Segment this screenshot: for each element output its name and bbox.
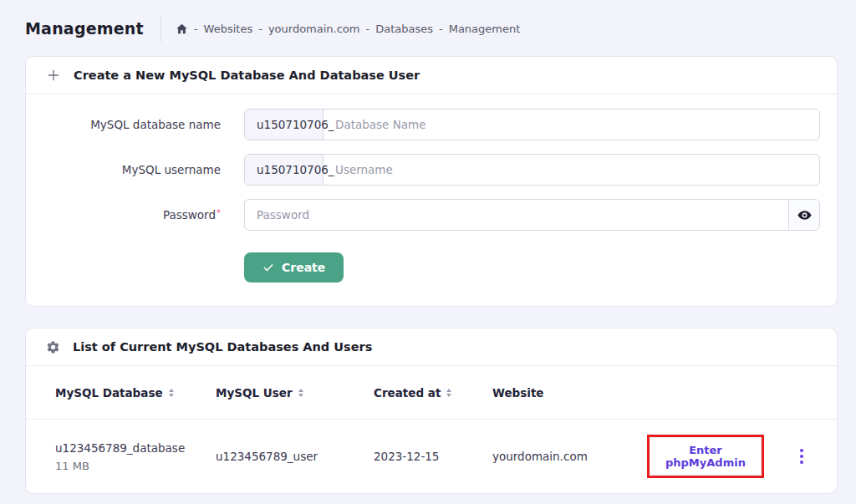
database-list-card-title: List of Current MySQL Databases And User… (73, 340, 372, 354)
check-icon (262, 262, 274, 273)
column-header-mysql-user[interactable]: MySQL User (216, 386, 374, 400)
annotation-highlight-box: Enter phpMyAdmin (647, 435, 764, 478)
username-prefix: u150710706_ (245, 155, 324, 185)
plus-icon (46, 68, 61, 83)
breadcrumb-item-databases[interactable]: Databases (375, 23, 433, 35)
username-label: MySQL username (26, 163, 244, 176)
databases-table: MySQL Database MySQL User Created at Web… (26, 366, 837, 493)
created-at-cell: 2023-12-15 (374, 450, 492, 463)
column-header-website: Website (492, 386, 639, 400)
create-database-card: Create a New MySQL Database And Database… (25, 56, 838, 307)
header-divider (160, 15, 161, 42)
create-button[interactable]: Create (244, 252, 344, 283)
database-name-cell: u123456789_database 11 MB (55, 441, 216, 472)
kebab-menu-button[interactable] (795, 444, 808, 469)
password-input-group (244, 199, 820, 231)
table-header-row: MySQL Database MySQL User Created at Web… (26, 366, 837, 420)
form-row-submit: Create (26, 252, 837, 283)
breadcrumb-separator: - (365, 23, 369, 35)
actions-cell: Enter phpMyAdmin (639, 435, 764, 478)
website-cell: yourdomain.com (492, 450, 639, 463)
sort-icon (298, 389, 303, 397)
enter-phpmyadmin-button[interactable]: Enter phpMyAdmin (650, 437, 762, 476)
breadcrumb-item-domain[interactable]: yourdomain.com (268, 23, 360, 35)
sort-icon (446, 389, 451, 397)
toggle-password-visibility-button[interactable] (788, 200, 819, 230)
page-header: Management - Websites - yourdomain.com -… (25, 15, 838, 42)
database-name-prefix: u150710706_ (245, 109, 324, 140)
breadcrumb: - Websites - yourdomain.com - Databases … (176, 23, 520, 35)
database-management-page: Management - Websites - yourdomain.com -… (0, 0, 856, 494)
menu-cell (764, 444, 839, 469)
database-name-input-group: u150710706_ (244, 109, 820, 140)
username-input-group: u150710706_ (244, 154, 820, 186)
required-asterisk: * (217, 208, 221, 217)
form-row-database-name: MySQL database name u150710706_ (26, 109, 837, 140)
username-input[interactable] (324, 155, 819, 185)
create-database-card-title: Create a New MySQL Database And Database… (74, 69, 420, 82)
breadcrumb-item-management[interactable]: Management (449, 23, 521, 35)
column-header-mysql-database[interactable]: MySQL Database (55, 386, 216, 400)
column-header-created-at[interactable]: Created at (374, 386, 492, 400)
password-input[interactable] (245, 200, 788, 230)
breadcrumb-separator: - (439, 23, 443, 35)
page-title: Management (25, 19, 144, 38)
database-user-cell: u123456789_user (216, 450, 374, 463)
database-name-input[interactable] (324, 109, 819, 140)
kebab-menu-icon (800, 449, 803, 452)
create-database-card-header: Create a New MySQL Database And Database… (26, 57, 837, 94)
sort-icon (169, 389, 174, 397)
password-label: Password* (26, 208, 244, 221)
form-row-password: Password* (26, 199, 837, 231)
home-icon[interactable] (176, 23, 188, 35)
gear-icon (46, 340, 60, 354)
database-size-value: 11 MB (55, 460, 216, 472)
form-row-username: MySQL username u150710706_ (26, 154, 837, 186)
breadcrumb-separator: - (194, 23, 198, 35)
database-list-card: List of Current MySQL Databases And User… (25, 328, 838, 494)
breadcrumb-item-websites[interactable]: Websites (204, 23, 253, 35)
eye-icon (797, 207, 813, 223)
create-database-form: MySQL database name u150710706_ MySQL us… (26, 94, 837, 306)
database-list-card-header: List of Current MySQL Databases And User… (26, 328, 837, 366)
table-row: u123456789_database 11 MB u123456789_use… (26, 420, 837, 493)
breadcrumb-separator: - (258, 23, 262, 35)
database-name-value: u123456789_database (55, 441, 216, 455)
database-name-label: MySQL database name (26, 118, 244, 131)
create-button-label: Create (282, 261, 325, 274)
